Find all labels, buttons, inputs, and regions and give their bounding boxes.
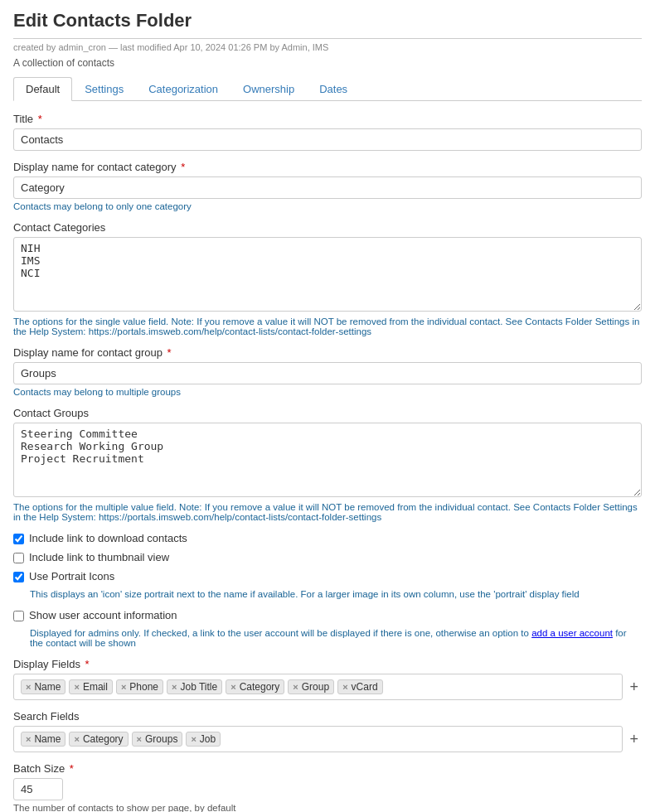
groups-help-link[interactable]: https://portals.imsweb.com/help/contact-… [99,512,381,522]
page-title: Edit Contacts Folder [13,10,642,39]
search-fields-group: Search Fields ×Name ×Category ×Groups ×J… [13,710,642,752]
search-fields-add-button[interactable]: + [626,731,642,748]
tag-category: ×Category [226,679,284,694]
batch-size-help: The number of contacts to show per page,… [13,803,642,812]
display-fields-label: Display Fields * [13,658,642,670]
use-portrait-label[interactable]: Use Portrait Icons [29,570,114,582]
display-group-label: Display name for contact group * [13,346,642,359]
include-download-group: Include link to download contacts [13,532,642,544]
group-hint: Contacts may belong to multiple groups [13,387,642,397]
tag-jobtitle-remove[interactable]: × [172,682,177,692]
tab-default[interactable]: Default [13,77,72,101]
group-required: * [164,346,172,359]
portrait-help: This displays an 'icon' size portrait ne… [30,589,642,599]
show-user-label[interactable]: Show user account information [29,609,177,621]
batch-size-group: Batch Size * The number of contacts to s… [13,762,642,812]
title-label: Title * [13,113,642,125]
contact-groups-label: Contact Groups [13,407,642,419]
stag-category-remove[interactable]: × [74,734,79,744]
show-user-group: Show user account information Displayed … [13,609,642,648]
tag-email: ×Email [69,679,112,694]
display-category-group: Display name for contact category * Cont… [13,161,642,211]
tab-ownership[interactable]: Ownership [230,77,307,100]
tag-group: ×Group [288,679,334,694]
search-fields-tags: ×Name ×Category ×Groups ×Job [13,726,623,752]
tag-email-remove[interactable]: × [74,682,79,692]
tab-categorization[interactable]: Categorization [136,77,230,100]
title-required: * [35,113,42,125]
show-user-help: Displayed for admins only. If checked, a… [30,628,642,648]
stag-job: ×Job [186,732,221,747]
portrait-group: Use Portrait Icons This displays an 'ico… [13,570,642,599]
contact-categories-label: Contact Categories [13,221,642,234]
display-group-input[interactable] [13,362,642,384]
add-user-link[interactable]: add a user account [531,628,613,638]
display-category-input[interactable] [13,176,642,199]
contact-categories-group: Contact Categories NIH IMS NCI The optio… [13,221,642,336]
contact-categories-textarea[interactable]: NIH IMS NCI [13,237,642,312]
categories-help-text: The options for the single value field. … [13,317,642,336]
display-fields-row: ×Name ×Email ×Phone ×Job Title ×Category… [13,674,642,700]
tag-category-remove[interactable]: × [230,682,235,692]
stag-name: ×Name [21,732,66,747]
include-download-label[interactable]: Include link to download contacts [29,532,187,544]
contact-groups-textarea[interactable]: Steering Committee Research Working Grou… [13,423,642,497]
use-portrait-checkbox[interactable] [13,572,24,582]
tab-dates[interactable]: Dates [307,77,360,100]
title-group: Title * [13,113,642,151]
categories-help-link[interactable]: https://portals.imsweb.com/help/contact-… [89,326,371,336]
page-description: A collection of contacts [13,57,642,69]
batch-size-input[interactable] [13,778,63,800]
tab-settings[interactable]: Settings [72,77,136,100]
title-input[interactable] [13,128,642,151]
tag-vcard-remove[interactable]: × [342,682,347,692]
stag-category: ×Category [69,732,128,747]
include-thumbnail-group: Include link to thumbnail view [13,551,642,563]
tabs-container: Default Settings Categorization Ownershi… [13,77,642,101]
stag-groups: ×Groups [132,732,183,747]
tag-name: ×Name [21,679,66,694]
category-hint: Contacts may belong to only one category [13,201,642,211]
display-group-group: Display name for contact group * Contact… [13,346,642,397]
include-download-checkbox[interactable] [13,534,24,544]
tag-phone: ×Phone [116,679,163,694]
category-required: * [178,161,186,173]
search-fields-label: Search Fields [13,710,642,723]
display-category-label: Display name for contact category * [13,161,642,173]
groups-help-text: The options for the multiple value field… [13,502,642,522]
meta-info: created by admin_cron — last modified Ap… [13,42,642,52]
search-fields-row: ×Name ×Category ×Groups ×Job + [13,726,642,752]
tag-jobtitle: ×Job Title [167,679,222,694]
batch-size-label: Batch Size * [13,762,642,775]
include-thumbnail-label[interactable]: Include link to thumbnail view [29,551,169,563]
batch-required: * [66,762,74,775]
display-fields-group: Display Fields * ×Name ×Email ×Phone ×Jo… [13,658,642,700]
include-thumbnail-checkbox[interactable] [13,553,24,563]
tag-group-remove[interactable]: × [293,682,298,692]
stag-name-remove[interactable]: × [26,734,31,744]
contact-groups-group: Contact Groups Steering Committee Resear… [13,407,642,522]
stag-job-remove[interactable]: × [191,734,196,744]
tag-vcard: ×vCard [337,679,382,694]
show-user-checkbox[interactable] [13,611,24,621]
tag-name-remove[interactable]: × [26,682,31,692]
tag-phone-remove[interactable]: × [121,682,126,692]
display-fields-add-button[interactable]: + [626,679,642,696]
stag-groups-remove[interactable]: × [137,734,142,744]
display-fields-tags: ×Name ×Email ×Phone ×Job Title ×Category… [13,674,623,700]
